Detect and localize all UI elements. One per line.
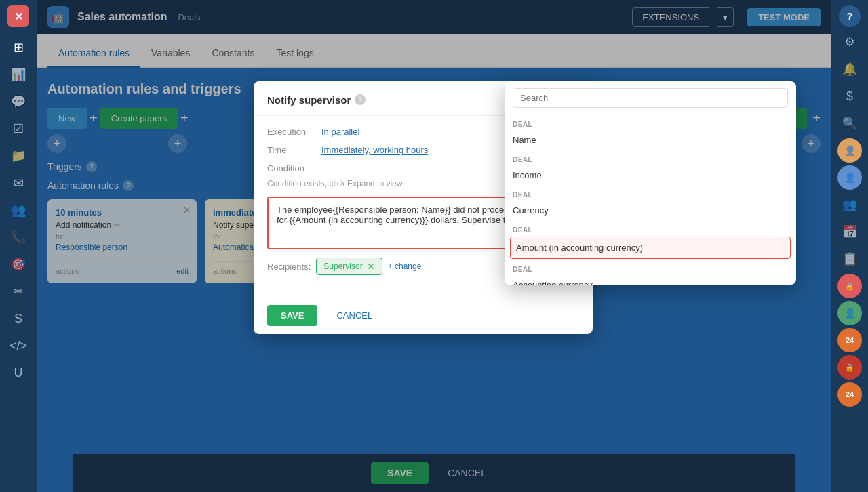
avatar-2[interactable]: 👤 xyxy=(837,165,862,190)
sidebar-icon-phone[interactable]: 📞 xyxy=(6,225,31,249)
modal-cancel-button[interactable]: CANCEL xyxy=(326,305,383,326)
right-icon-search[interactable]: 🔍 xyxy=(837,111,862,136)
sidebar-icon-edit[interactable]: ✏ xyxy=(6,279,31,304)
right-icon-security[interactable]: 🔒 xyxy=(837,274,862,298)
recipients-label: Recipients: xyxy=(267,262,311,272)
sidebar-icon-tasks[interactable]: ☑ xyxy=(6,117,31,141)
avatar-3[interactable]: 👤 xyxy=(837,301,862,325)
avatar-1[interactable]: 👤 xyxy=(837,138,862,163)
right-icon-settings[interactable]: ⚙ xyxy=(837,30,862,54)
dropdown-search-area xyxy=(505,81,796,115)
time-value[interactable]: Immediately, working hours xyxy=(321,145,428,155)
modal-title: Notify supervisor ? xyxy=(267,94,366,106)
dropdown-section-deal-2: DEAL xyxy=(505,150,796,165)
sidebar-icon-code[interactable]: </> xyxy=(6,333,31,358)
sidebar-icon-chat[interactable]: 💬 xyxy=(6,89,31,114)
dropdown-item-income[interactable]: Income xyxy=(505,165,796,186)
sidebar-icon-user[interactable]: U xyxy=(6,361,31,385)
modal-help-icon[interactable]: ? xyxy=(355,94,366,105)
field-dropdown-panel: DEAL Name DEAL Income DEAL Currency DEAL… xyxy=(505,81,796,285)
modal-footer: SAVE CANCEL xyxy=(254,297,593,334)
time-label: Time xyxy=(267,145,321,155)
modal-save-button[interactable]: SAVE xyxy=(267,305,317,326)
sidebar-icon-files[interactable]: 📁 xyxy=(6,144,31,168)
dropdown-item-amount-accounting[interactable]: Amount (in accounting currency) xyxy=(510,237,791,259)
main-area: 🤖 Sales automation Deals EXTENSIONS ▾ TE… xyxy=(37,0,831,492)
sidebar-icon-mail[interactable]: ✉ xyxy=(6,171,31,195)
dropdown-section-deal: DEAL xyxy=(505,115,796,129)
dropdown-section-deal-4: DEAL xyxy=(505,221,796,235)
sidebar-icon-analytics[interactable]: 📊 xyxy=(6,62,31,87)
sidebar-icon-contacts[interactable]: 👥 xyxy=(6,198,31,222)
supervisor-label: Supervisor xyxy=(323,262,362,271)
dropdown-item-name[interactable]: Name xyxy=(505,129,796,150)
help-button[interactable]: ? xyxy=(839,5,861,27)
dropdown-item-accounting-currency[interactable]: Accounting currency xyxy=(505,274,796,285)
dropdown-list: DEAL Name DEAL Income DEAL Currency DEAL… xyxy=(505,115,796,285)
badge-24-2[interactable]: 24 xyxy=(837,382,862,407)
close-app-button[interactable]: ✕ xyxy=(7,5,29,27)
dropdown-section-deal-3: DEAL xyxy=(505,186,796,200)
right-icon-currency[interactable]: $ xyxy=(837,84,862,108)
right-icon-lock[interactable]: 🔒 xyxy=(837,355,862,380)
sidebar-icon-home[interactable]: ⊞ xyxy=(6,35,31,60)
dropdown-item-currency[interactable]: Currency xyxy=(505,200,796,221)
left-sidebar: ✕ ⊞ 📊 💬 ☑ 📁 ✉ 👥 📞 🎯 ✏ S </> U xyxy=(0,0,37,492)
dropdown-search-input[interactable] xyxy=(513,88,788,108)
right-icon-calendar[interactable]: 📅 xyxy=(837,220,862,244)
sidebar-icon-deals[interactable]: 🎯 xyxy=(6,252,31,276)
sidebar-icon-settings[interactable]: S xyxy=(6,306,31,331)
execution-value[interactable]: In parallel xyxy=(321,127,359,137)
right-icon-notifications[interactable]: 🔔 xyxy=(837,57,862,81)
right-sidebar: ? ⚙ 🔔 $ 🔍 👤 👤 👥 📅 📋 🔒 👤 24 🔒 24 xyxy=(831,0,868,492)
condition-label: Condition xyxy=(267,163,545,173)
change-recipients-link[interactable]: + change xyxy=(388,262,422,271)
supervisor-tag: Supervisor ✕ xyxy=(316,258,382,275)
execution-label: Execution xyxy=(267,127,321,137)
badge-24-1[interactable]: 24 xyxy=(837,328,862,352)
dropdown-section-deal-5: DEAL xyxy=(505,260,796,274)
supervisor-remove-button[interactable]: ✕ xyxy=(367,261,375,272)
right-icon-team[interactable]: 👥 xyxy=(837,192,862,217)
right-icon-reports[interactable]: 📋 xyxy=(837,247,862,271)
